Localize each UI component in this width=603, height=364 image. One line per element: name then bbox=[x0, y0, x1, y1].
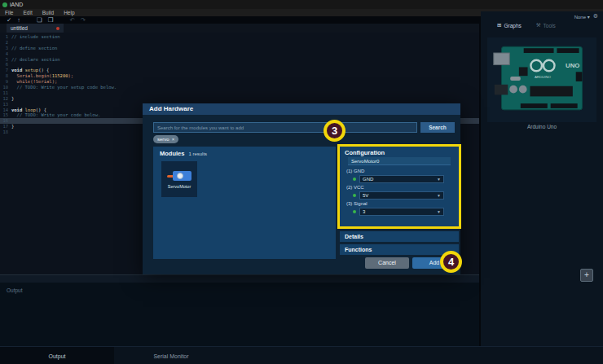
code-line[interactable]: 1// include section bbox=[0, 34, 479, 40]
modules-result-count: 1 results bbox=[188, 151, 207, 156]
code-line[interactable]: 9 while(!Serial); bbox=[0, 79, 479, 85]
code-text: // define section bbox=[11, 46, 57, 51]
pin-label: (3) Signal bbox=[340, 201, 459, 207]
editor-tabbar: untitled bbox=[0, 24, 479, 33]
code-text: void loop() { bbox=[11, 107, 46, 113]
functions-section-header[interactable]: Functions bbox=[340, 244, 459, 255]
details-section-header[interactable]: Details bbox=[340, 231, 459, 242]
chip-remove-icon[interactable]: × bbox=[172, 137, 175, 142]
output-panel-label: Output bbox=[0, 283, 479, 293]
code-line[interactable]: 8 Serial.begin(115200); bbox=[0, 73, 479, 79]
device-selector[interactable]: None ▾ bbox=[574, 14, 590, 20]
open-folder-icon[interactable]: ❐ bbox=[48, 16, 54, 24]
cancel-button[interactable]: Cancel bbox=[365, 257, 409, 269]
code-line[interactable]: 4 bbox=[0, 51, 479, 57]
line-number: 9 bbox=[0, 79, 11, 85]
annotation-step-3: 3 bbox=[324, 120, 346, 142]
unsaved-indicator-icon bbox=[56, 27, 59, 30]
line-number: 4 bbox=[0, 51, 11, 57]
configuration-heading: Configuration bbox=[340, 147, 459, 156]
tab-label: untitled bbox=[11, 25, 56, 31]
chevron-down-icon: ▼ bbox=[437, 209, 441, 214]
output-panel: Output bbox=[0, 283, 479, 346]
menu-file[interactable]: File bbox=[0, 10, 18, 15]
bottom-tabbar: OutputSerial Monitor bbox=[0, 346, 603, 364]
pin-select-2[interactable]: 5V▼ bbox=[359, 191, 444, 200]
pin-label: (1) GND bbox=[340, 169, 459, 174]
line-number: 3 bbox=[0, 46, 11, 51]
upload-icon[interactable]: ↑ bbox=[17, 16, 20, 24]
zoom-in-button[interactable]: + bbox=[580, 269, 593, 282]
menu-help[interactable]: Help bbox=[59, 10, 79, 15]
line-number: 2 bbox=[0, 40, 11, 46]
pin-status-icon bbox=[353, 178, 356, 181]
app-logo-icon bbox=[2, 2, 7, 7]
verify-icon[interactable]: ✓ bbox=[7, 16, 11, 24]
toolbar: ✓↑❏❐↶↷ bbox=[7, 16, 86, 24]
gear-icon[interactable]: ⚙ bbox=[593, 13, 598, 20]
tab-untitled[interactable]: untitled bbox=[7, 24, 64, 33]
configuration-fields: (1) GNDGND▼(2) VCC5V▼(3) Signal3▼ bbox=[340, 167, 459, 216]
module-label: ServoMotor bbox=[168, 184, 191, 189]
line-number: 13 bbox=[0, 102, 11, 107]
line-number: 11 bbox=[0, 90, 11, 96]
titlebar: iAND bbox=[0, 0, 603, 9]
tab-graphs[interactable]: ⊞Graphs bbox=[497, 22, 522, 29]
right-panel-tabs: ⊞Graphs⚒Tools bbox=[497, 22, 556, 29]
code-text: Serial.begin(115200); bbox=[11, 73, 73, 79]
pin-select-value: 3 bbox=[363, 209, 365, 214]
code-line[interactable]: 3// define section bbox=[0, 46, 479, 51]
menu-edit[interactable]: Edit bbox=[18, 10, 37, 15]
board-caption: Arduino Uno bbox=[481, 124, 603, 129]
code-text: void setup() { bbox=[11, 68, 49, 73]
code-text: } bbox=[11, 96, 14, 102]
pin-select-3[interactable]: 3▼ bbox=[359, 208, 444, 216]
filter-chip-servo[interactable]: servo × bbox=[153, 135, 178, 143]
menu-build[interactable]: Build bbox=[37, 10, 59, 15]
graphs-icon: ⊞ bbox=[497, 22, 501, 29]
line-number: 8 bbox=[0, 73, 11, 79]
code-line[interactable]: 12} bbox=[0, 96, 479, 102]
tab-tools[interactable]: ⚒Tools bbox=[536, 22, 556, 29]
line-number: 17 bbox=[0, 124, 11, 129]
code-line[interactable]: 10 // TODO: Write your setup code below. bbox=[0, 85, 479, 90]
svg-text:UNO: UNO bbox=[566, 62, 579, 69]
code-line[interactable]: 6 bbox=[0, 62, 479, 68]
module-search-input[interactable] bbox=[153, 122, 417, 133]
undo-icon: ↶ bbox=[70, 16, 75, 24]
bottom-tab-output[interactable]: Output bbox=[0, 347, 114, 364]
module-card-servomotor[interactable]: ServoMotor bbox=[161, 161, 197, 197]
new-file-icon[interactable]: ❏ bbox=[37, 16, 42, 24]
tools-icon: ⚒ bbox=[536, 22, 541, 29]
code-line[interactable]: 2 bbox=[0, 40, 479, 46]
bottom-tab-serial-monitor[interactable]: Serial Monitor bbox=[114, 347, 228, 364]
line-number: 10 bbox=[0, 85, 11, 90]
code-text: // include section bbox=[11, 34, 60, 40]
line-number: 1 bbox=[0, 34, 11, 40]
pin-select-value: 5V bbox=[363, 193, 368, 198]
pin-select-1[interactable]: GND▼ bbox=[359, 175, 444, 183]
code-text: // TODO: Write your setup code below. bbox=[11, 85, 117, 90]
line-number: 7 bbox=[0, 68, 11, 73]
pin-select-value: GND bbox=[363, 177, 373, 182]
chevron-down-icon: ▼ bbox=[437, 177, 441, 182]
board-preview: ARDUINO UNO bbox=[487, 37, 596, 122]
search-button[interactable]: Search bbox=[420, 122, 455, 133]
code-line[interactable]: 11 bbox=[0, 90, 479, 96]
servo-motor-icon bbox=[167, 170, 191, 182]
code-text: // declare section bbox=[11, 57, 60, 63]
line-number: 6 bbox=[0, 62, 11, 68]
editor-statusbar: Line 16, Column 2 bbox=[0, 274, 479, 283]
code-text: // TODO: Write your code below. bbox=[11, 112, 100, 118]
pin-status-icon bbox=[353, 210, 356, 213]
right-panel: None ▾ ⚙ ⊞Graphs⚒Tools ARDUINO UNO bbox=[481, 11, 603, 364]
line-number: 16 bbox=[0, 118, 11, 124]
svg-text:ARDUINO: ARDUINO bbox=[535, 75, 552, 79]
arduino-board-image: ARDUINO UNO bbox=[489, 40, 595, 120]
code-text: } bbox=[11, 124, 14, 129]
code-line[interactable]: 7void setup() { bbox=[0, 68, 479, 73]
modules-heading: Modules bbox=[160, 150, 184, 157]
code-line[interactable]: 5// declare section bbox=[0, 57, 479, 63]
module-name-input[interactable] bbox=[348, 157, 451, 165]
chevron-down-icon: ▼ bbox=[437, 193, 441, 198]
